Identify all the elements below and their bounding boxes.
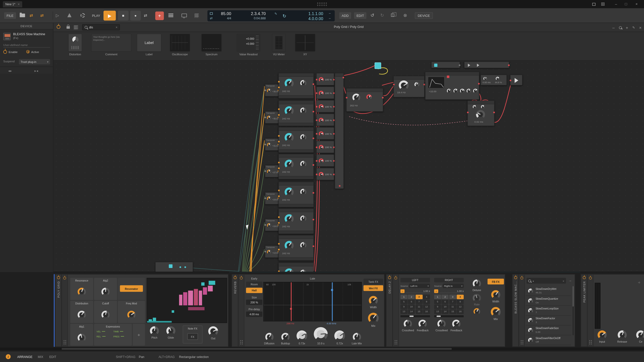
mix-out-port[interactable] [343, 77, 344, 78]
enable-toggle[interactable]: Enable [3, 50, 18, 54]
in-port[interactable] [264, 144, 266, 145]
rate-knob[interactable] [399, 80, 409, 90]
delay-step[interactable]: 16 [457, 309, 464, 314]
grid-module-transpose[interactable]: Transpose +27.86 [265, 165, 279, 177]
in-port[interactable] [316, 160, 318, 162]
grid-module-gain[interactable]: 100 % [316, 127, 334, 140]
delay-step[interactable]: 13 [400, 309, 408, 314]
param-row[interactable]: SlowDownLoopSize 7 [526, 306, 571, 315]
edit-view-button[interactable]: EDIT [49, 355, 56, 359]
delay-step[interactable]: 2 [442, 295, 449, 299]
mix-knob[interactable] [491, 307, 501, 317]
delay-step[interactable]: 10 [408, 304, 415, 309]
distribution-knob[interactable] [78, 311, 86, 319]
project-tab[interactable]: New 1* × [3, 1, 22, 7]
param-knob[interactable] [528, 338, 533, 343]
shuffle-icon[interactable]: ⇄ [144, 13, 147, 18]
reverb-device-strip[interactable]: REVERB [232, 274, 238, 347]
device-power-icon[interactable] [57, 276, 60, 279]
tempo-value[interactable]: 85.00 [221, 12, 231, 16]
drag-handle[interactable] [394, 340, 397, 345]
out-port-a[interactable] [179, 266, 181, 268]
pitch-knob[interactable] [285, 106, 294, 115]
stop-button[interactable]: ■ [118, 11, 129, 20]
delete-icon[interactable]: ⊗ [403, 13, 407, 18]
high-crossover-line[interactable] [332, 282, 332, 321]
grid-module-selected[interactable] [375, 62, 381, 69]
grid-module-io-strip-2[interactable] [464, 62, 509, 68]
release-knob[interactable] [618, 330, 627, 339]
crossfeed-knob[interactable] [437, 320, 446, 328]
device-panel-hscrollbar[interactable] [0, 348, 644, 350]
transpose-knob[interactable] [267, 116, 271, 120]
song-time[interactable]: 0:04.888 [254, 16, 266, 20]
delay-step[interactable]: 1 [434, 295, 441, 299]
in-port[interactable] [316, 92, 318, 94]
in-port[interactable] [316, 133, 318, 135]
size-value[interactable]: 200 % [246, 299, 262, 305]
delay-step[interactable]: 8 [423, 300, 430, 304]
device-power-icon[interactable] [520, 277, 523, 280]
low-crossover-handle[interactable] [290, 308, 292, 310]
palette-item[interactable]: Your thoughts go here (via Inspector)...… [90, 34, 133, 59]
device-power-icon[interactable] [589, 277, 592, 280]
decay-knob[interactable] [453, 89, 458, 93]
editor-minimize-icon[interactable]: – [612, 25, 615, 30]
out-port[interactable] [508, 64, 510, 66]
in-port[interactable] [264, 197, 266, 199]
search-clear-icon[interactable]: × [563, 279, 565, 282]
in-port[interactable] [264, 117, 266, 118]
io-panel-icon[interactable] [182, 14, 187, 17]
grid-module-transpose[interactable]: Transpose +35.02 [265, 111, 279, 123]
notefx-fx-button[interactable]: FX [187, 333, 198, 340]
device-power-icon[interactable] [388, 276, 391, 279]
in-port[interactable] [316, 119, 318, 121]
delay-step[interactable]: 15 [416, 309, 423, 314]
out-port[interactable] [459, 64, 461, 66]
grid-module-oscillator[interactable]: 242 Hz [278, 154, 314, 179]
param-knob[interactable] [528, 289, 533, 294]
resonance-knob[interactable] [78, 288, 86, 296]
shape-knob[interactable] [300, 270, 306, 272]
mod-knob[interactable] [366, 95, 372, 100]
delay-right-source-select[interactable]: Right In▾ [443, 284, 464, 288]
window-close-button[interactable]: × [634, 2, 639, 7]
loop-toggle-icon[interactable]: ↻ [283, 14, 286, 19]
shape-knob[interactable] [300, 189, 306, 195]
out-knob[interactable] [208, 326, 218, 336]
param-search-input[interactable]: ▾ × [527, 278, 566, 284]
param-row[interactable]: SlowDownFilterOnOff Off [526, 335, 571, 345]
editor-close-icon[interactable]: × [639, 25, 642, 30]
limiter-device-strip[interactable]: PEAK LIMITER [581, 274, 587, 347]
feedback-knob[interactable] [452, 320, 461, 328]
grid-module-oscillator[interactable]: 242 Hz [278, 235, 314, 261]
gain-knob[interactable] [319, 104, 324, 109]
grid-module-gain[interactable]: 100 % [316, 73, 334, 85]
expression-item[interactable]: REL [97, 335, 113, 338]
glide-knob[interactable] [166, 326, 175, 335]
grid-module-gain[interactable]: 100 % [316, 86, 334, 99]
in-port[interactable] [264, 224, 266, 226]
delay-step[interactable]: 13 [434, 309, 441, 314]
shape-knob[interactable] [300, 108, 306, 114]
loop-start[interactable]: 1.1.1.00 [308, 12, 323, 16]
gain-knob[interactable] [319, 172, 324, 177]
audio-out-routing[interactable]: ▸◂ [34, 69, 38, 73]
palette-item[interactable]: Distortion [62, 34, 88, 59]
grid-module-oscillator[interactable]: 242 Hz [278, 208, 314, 234]
grid-module-gain[interactable]: 100 % [316, 114, 334, 126]
in-port[interactable] [316, 174, 318, 175]
param-row[interactable]: SlowDownFadeSize 5.00 [526, 326, 571, 335]
pitch-knob[interactable] [285, 133, 294, 142]
device-power-icon[interactable] [233, 276, 236, 279]
transpose-knob[interactable] [267, 250, 271, 254]
hall-button[interactable]: Hall [246, 288, 262, 293]
in-port[interactable] [316, 147, 318, 148]
import-icon[interactable]: ⇄ [40, 13, 44, 18]
info-icon[interactable]: i [6, 354, 11, 359]
delay-step[interactable]: 16 [423, 309, 430, 314]
grid-module-delay[interactable]: 0.02 ms [467, 101, 495, 126]
pitch-knob[interactable] [285, 241, 294, 250]
song-position[interactable]: 2.3.4.70 [251, 12, 266, 16]
palette-item[interactable]: Oscilloscope [166, 34, 194, 59]
